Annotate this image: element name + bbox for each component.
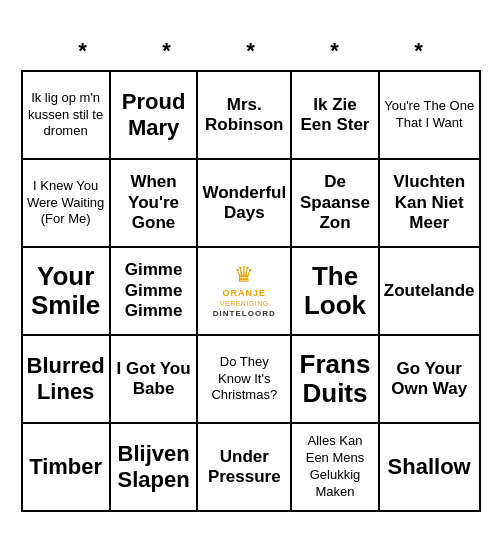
cell-20: Timber [23,424,111,512]
cell-9: Vluchten Kan Niet Meer [380,160,481,248]
cell-text-19: Go Your Own Way [384,359,475,400]
star-1: * [78,38,87,64]
cell-text-15: Blurred Lines [27,353,105,406]
cell-text-7: Wonderful Days [202,183,286,224]
star-2: * [162,38,171,64]
cell-22: Under Pressure [198,424,292,512]
star-5: * [414,38,423,64]
cell-0: Ik lig op m'n kussen stil te dromen [23,72,111,160]
cell-text-14: Zoutelande [384,281,475,301]
cell-16: I Got You Babe [111,336,199,424]
cell-text-22: Under Pressure [202,447,286,488]
cell-text-23: Alles Kan Een Mens Gelukkig Maken [296,433,374,501]
bingo-card: * * * * * Ik lig op m'n kussen stil te d… [11,22,491,522]
cell-text-1: Proud Mary [115,89,193,142]
cell-text-6: When You're Gone [115,172,193,233]
cell-18: Frans Duits [292,336,380,424]
cell-3: Ik Zie Een Ster [292,72,380,160]
cell-24: Shallow [380,424,481,512]
cell-text-20: Timber [29,454,102,480]
cell-text-8: De Spaanse Zon [296,172,374,233]
cell-11: Gimme Gimme Gimme [111,248,199,336]
cell-text-10: Your Smile [27,262,105,319]
cell-text-5: I Knew You Were Waiting (For Me) [27,178,105,229]
cell-13: The Look [292,248,380,336]
cell-8: De Spaanse Zon [292,160,380,248]
cell-21: Blijven Slapen [111,424,199,512]
cell-text-3: Ik Zie Een Ster [296,95,374,136]
cell-5: I Knew You Were Waiting (For Me) [23,160,111,248]
cell-6: When You're Gone [111,160,199,248]
star-4: * [330,38,339,64]
cell-7: Wonderful Days [198,160,292,248]
logo-crown-icon: ♛ [234,264,254,286]
cell-text-11: Gimme Gimme Gimme [115,260,193,321]
cell-text-24: Shallow [388,454,471,480]
cell-19: Go Your Own Way [380,336,481,424]
logo-dinteloord-text: DINTELOORD [213,309,276,318]
cell-23: Alles Kan Een Mens Gelukkig Maken [292,424,380,512]
cell-2: Mrs. Robinson [198,72,292,160]
cell-text-4: You're The One That I Want [384,98,475,132]
cell-text-0: Ik lig op m'n kussen stil te dromen [27,90,105,141]
cell-14: Zoutelande [380,248,481,336]
cell-text-9: Vluchten Kan Niet Meer [384,172,475,233]
logo-vereniging-text: VERENIGING [220,300,269,307]
cell-15: Blurred Lines [23,336,111,424]
cell-1: Proud Mary [111,72,199,160]
cell-text-18: Frans Duits [296,350,374,407]
cell-17: Do They Know It's Christmas? [198,336,292,424]
cell-10: Your Smile [23,248,111,336]
cell-text-13: The Look [296,262,374,319]
star-3: * [246,38,255,64]
cell-text-2: Mrs. Robinson [202,95,286,136]
cell-4: You're The One That I Want [380,72,481,160]
bingo-grid: Ik lig op m'n kussen stil te dromen Prou… [21,70,481,512]
stars-row: * * * * * [21,32,481,70]
cell-text-21: Blijven Slapen [115,441,193,494]
logo-oranje-text: ORANJE [223,288,267,298]
cell-text-16: I Got You Babe [115,359,193,400]
cell-text-17: Do They Know It's Christmas? [202,354,286,405]
cell-logo: ♛ ORANJE VERENIGING DINTELOORD [198,248,292,336]
